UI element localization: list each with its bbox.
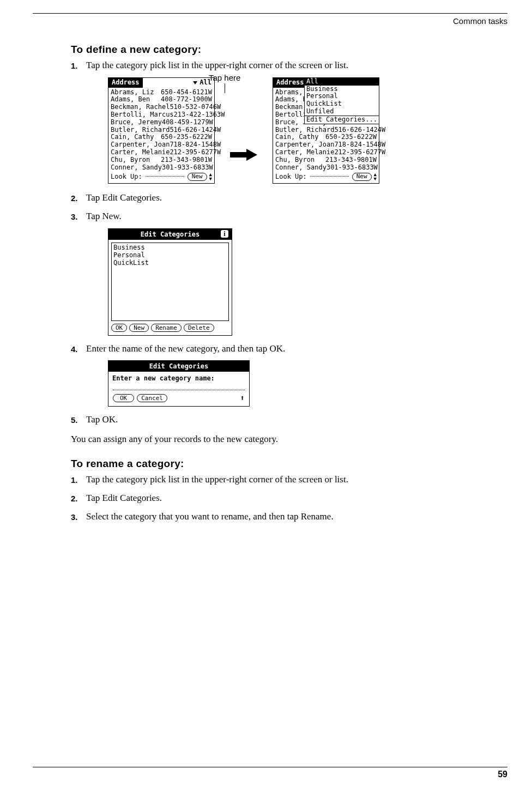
step-text: Tap the category pick list in the upper-… <box>86 59 499 72</box>
step: 2. Tap Edit Categories. <box>71 191 499 204</box>
contact-row[interactable]: Cain, Cathy650-235-6222W <box>275 134 377 141</box>
list-item[interactable]: QuickList <box>113 259 227 267</box>
cancel-button[interactable]: Cancel <box>137 394 167 402</box>
dropdown-item[interactable]: Business <box>305 86 379 93</box>
step: 3. Select the category that you want to … <box>71 510 499 523</box>
step-text: Tap the category pick list in the upper-… <box>86 473 499 486</box>
section-title-rename: To rename a category: <box>71 458 499 470</box>
lookup-input-line[interactable] <box>310 176 349 177</box>
address-screen-right: Address All Business Personal QuickList … <box>273 77 379 184</box>
scroll-arrows-icon[interactable]: ▲▼ <box>374 173 377 180</box>
svg-marker-0 <box>230 149 257 161</box>
chevron-down-icon <box>193 81 197 84</box>
callout-line <box>225 83 225 93</box>
new-button[interactable]: New <box>188 173 207 181</box>
ok-button[interactable]: OK <box>113 394 134 402</box>
contact-row[interactable]: Cain, Cathy650-235-6222W <box>111 134 212 141</box>
new-button[interactable]: New <box>352 173 372 181</box>
step: 1. Tap the category pick list in the upp… <box>71 473 499 486</box>
contact-row[interactable]: Conner, Sandy301-933-6833W <box>111 164 212 172</box>
step-number: 2. <box>71 191 86 204</box>
step-number: 3. <box>71 210 86 223</box>
step-number: 1. <box>71 59 86 72</box>
dropdown-item-selected[interactable]: All <box>305 78 379 86</box>
category-dropdown[interactable]: All Business Personal QuickList Unfiled … <box>304 77 379 124</box>
app-title: Address <box>108 78 143 88</box>
dropdown-item[interactable]: Unfiled <box>305 108 379 116</box>
step-text: Tap OK. <box>86 413 499 426</box>
dropdown-item-edit[interactable]: Edit Categories... <box>305 116 379 124</box>
contact-row[interactable]: Butler, Richard516-626-1424W <box>111 126 212 134</box>
text-input-line[interactable] <box>113 384 245 390</box>
shift-icon: ⬆ <box>240 394 245 402</box>
body-paragraph: You can assign any of your records to th… <box>71 434 499 445</box>
contact-row[interactable]: Chu, Byron213-343-9801W <box>275 156 377 164</box>
step-number: 1. <box>71 473 86 486</box>
contact-row[interactable]: Carter, Melanie212-395-6277W <box>275 149 377 156</box>
contact-row[interactable]: Carter, Melanie212-395-6277W <box>111 149 212 156</box>
lookup-label: Look Up: <box>111 173 142 181</box>
new-category-dialog: Edit Categories Enter a new category nam… <box>108 360 250 407</box>
dialog-title: Edit Categories <box>141 231 200 238</box>
dialog-title: Edit Categories <box>108 361 249 372</box>
info-icon[interactable]: i <box>221 230 228 238</box>
address-screen-left: Address All Abrams, Liz650-454-6121WAdam… <box>108 77 215 184</box>
app-title: Address <box>273 78 307 88</box>
list-item[interactable]: Personal <box>113 251 227 259</box>
step: 4. Enter the name of the new category, a… <box>71 342 499 355</box>
category-listbox[interactable]: Business Personal QuickList <box>111 243 229 321</box>
step: 3. Tap New. <box>71 210 499 223</box>
step-number: 2. <box>71 492 86 505</box>
step: 2. Tap Edit Categories. <box>71 492 499 505</box>
contact-row[interactable]: Conner, Sandy301-933-6833W <box>275 164 377 172</box>
rename-button[interactable]: Rename <box>151 324 182 332</box>
step-number: 5. <box>71 413 86 426</box>
dropdown-item[interactable]: Personal <box>305 93 379 100</box>
step-text: Tap New. <box>86 210 499 223</box>
step: 5. Tap OK. <box>71 413 499 426</box>
contact-row[interactable]: Chu, Byron213-343-9801W <box>111 156 212 164</box>
contact-row[interactable]: Bruce, Jeremy408-459-1279W <box>111 119 212 126</box>
dropdown-item[interactable]: QuickList <box>305 100 379 108</box>
section-title-define: To define a new category: <box>71 44 499 56</box>
running-head: Common tasks <box>453 16 507 26</box>
contact-row[interactable]: Bertolli, Marcus213-422-1363W <box>111 111 212 119</box>
callout-label: Tap here <box>209 73 240 82</box>
contact-row[interactable]: Carpenter, Joan718-824-1548W <box>275 141 377 149</box>
contact-row[interactable]: Beckman, Rachel510-532-0746W <box>111 104 212 111</box>
contact-row[interactable]: Butler, Richard516-626-1424W <box>275 126 377 134</box>
step-text: Tap Edit Categories. <box>86 492 499 505</box>
step-text: Tap Edit Categories. <box>86 191 499 204</box>
step: 1. Tap the category pick list in the upp… <box>71 59 499 72</box>
page-number: 59 <box>498 770 507 779</box>
edit-categories-screen: Edit Categories i Business Personal Quic… <box>108 228 232 336</box>
lookup-input-line[interactable] <box>146 176 184 177</box>
list-item[interactable]: Business <box>113 244 227 251</box>
contact-row[interactable]: Carpenter, Joan718-824-1548W <box>111 141 212 149</box>
step-text: Select the category that you want to ren… <box>86 510 499 523</box>
step-number: 3. <box>71 510 86 523</box>
lookup-label: Look Up: <box>275 173 307 181</box>
contact-row[interactable]: Abrams, Liz650-454-6121W <box>111 89 212 96</box>
scroll-arrows-icon[interactable]: ▲▼ <box>209 173 212 180</box>
delete-button[interactable]: Delete <box>184 324 214 332</box>
new-button[interactable]: New <box>129 324 149 332</box>
arrow-right-icon <box>230 149 257 161</box>
step-number: 4. <box>71 342 86 355</box>
ok-button[interactable]: OK <box>111 324 127 332</box>
dialog-prompt: Enter a new category name: <box>108 372 249 383</box>
contact-row[interactable]: Adams, Ben408-772-1900W <box>111 96 212 104</box>
step-text: Enter the name of the new category, and … <box>86 342 499 355</box>
